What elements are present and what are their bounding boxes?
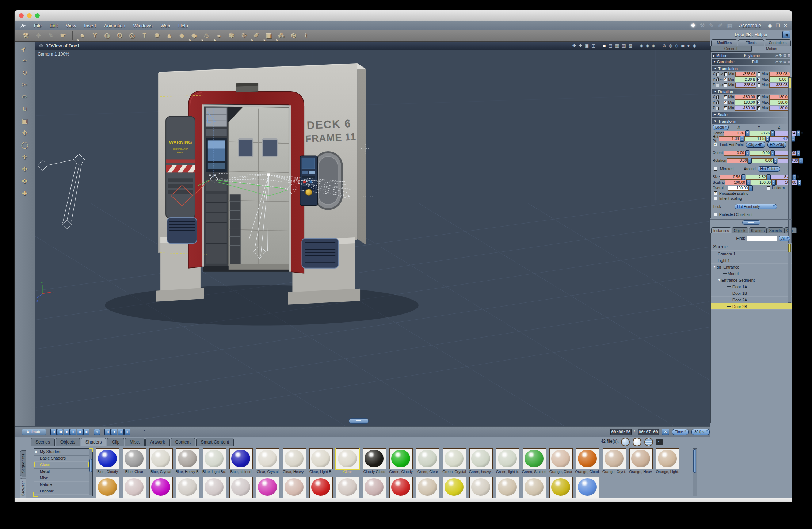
menu-view[interactable]: View <box>62 23 80 28</box>
tree-scrollbar[interactable] <box>788 244 791 303</box>
shader-thumbnail[interactable] <box>149 448 173 469</box>
shader-thumbnail[interactable] <box>229 477 253 498</box>
max-field[interactable]: 328.08 f <box>769 72 790 77</box>
shader-row2-7[interactable] <box>281 477 308 498</box>
stepper[interactable] <box>767 174 771 180</box>
propagate-scaling-checkbox[interactable] <box>714 191 717 195</box>
tab-artwork[interactable]: Artwork <box>145 438 170 446</box>
shader-row2-11[interactable] <box>388 477 414 498</box>
create-text-icon[interactable]: T <box>138 32 151 39</box>
shader-clear-heavy-[interactable]: Clear, Heavy . <box>281 448 308 475</box>
stepper[interactable] <box>773 158 777 164</box>
shader-row2-10[interactable] <box>361 477 388 498</box>
shader-clear[interactable]: Clear <box>334 448 361 475</box>
eye-icon[interactable]: ◉ <box>768 23 772 28</box>
select-arrow-icon[interactable]: ➤ <box>18 44 31 57</box>
preview-list-icon[interactable] <box>644 438 653 446</box>
min-checkbox[interactable] <box>724 106 727 110</box>
value-field-value[interactable]: 0.00 <box>750 151 771 156</box>
max-checkbox[interactable] <box>757 95 761 99</box>
shader-green-crystal[interactable]: Green, Crystal <box>441 448 468 475</box>
fx-icon[interactable]: ✣ <box>572 43 576 48</box>
constraint-row[interactable]: ▼ Constraint: Full ≫ ↻ ▤ ▥ <box>712 59 790 65</box>
max-field-value[interactable]: 180.00 <box>769 106 790 111</box>
protected-constraint-checkbox[interactable] <box>714 213 717 216</box>
fps-dropdown[interactable]: 30 fps≫ <box>691 429 710 435</box>
shader-green-stained[interactable]: Green, Stained <box>521 448 548 475</box>
category-glass[interactable]: Glass <box>34 462 92 468</box>
min-checkbox[interactable] <box>724 95 727 99</box>
shader-thumbnail[interactable] <box>256 448 279 469</box>
shader-green-light-b-[interactable]: Green, light b. <box>494 448 521 475</box>
shader-row2-1[interactable] <box>121 477 148 498</box>
constraint-value[interactable]: Full <box>736 60 774 64</box>
tree-item-door-1a[interactable]: Door 1A <box>711 283 792 290</box>
lock-icon[interactable] <box>716 73 719 76</box>
shader-orange-cryst-[interactable]: Orange, Cryst. <box>601 448 628 475</box>
shader-row2-0[interactable] <box>94 477 121 498</box>
shader-thumbnail[interactable] <box>469 477 493 498</box>
create-rock-icon[interactable]: ◆▸ <box>188 32 201 39</box>
page-menu-icon[interactable] <box>656 439 663 445</box>
value-field[interactable]: 0.00 <box>724 150 749 156</box>
stepper[interactable] <box>749 185 753 191</box>
lock-icon[interactable] <box>716 102 719 104</box>
tab-misc-[interactable]: Misc. <box>125 438 145 446</box>
subtab-motion[interactable]: Motion <box>751 46 792 52</box>
shader-thumbnail[interactable] <box>96 448 119 469</box>
shader-thumbnail[interactable] <box>123 448 146 469</box>
max-field-value[interactable]: 180.00 <box>769 95 790 100</box>
value-field-value[interactable]: 0.00 <box>724 151 745 156</box>
close-traffic-light[interactable] <box>19 13 24 18</box>
tab-scenes[interactable]: Scenes <box>31 438 55 446</box>
lock-icon[interactable] <box>716 79 719 81</box>
shader-thumbnail[interactable] <box>469 448 493 469</box>
menu-windows[interactable]: Windows <box>129 23 157 28</box>
expand-triangle-icon[interactable]: ▼ <box>718 278 721 282</box>
menu-file[interactable]: File <box>30 23 46 28</box>
display-textured-icon[interactable]: ◉ <box>693 43 696 48</box>
go-start-button[interactable]: |◀ <box>50 429 57 435</box>
shader-row2-18[interactable] <box>574 477 601 498</box>
shader-thumbnail[interactable] <box>576 448 599 469</box>
tab-content[interactable]: Content <box>171 438 195 446</box>
value-field-value[interactable]: -3.26 <box>750 131 771 136</box>
touch-finger-tool-icon[interactable]: ☛ <box>57 32 69 39</box>
cycle-icon[interactable]: ↻ <box>779 60 782 64</box>
value-field[interactable]: -3.26 <box>750 130 775 136</box>
pan-hand-tool-icon[interactable]: ✥ <box>32 32 45 39</box>
play-button[interactable]: ▶ <box>70 429 76 435</box>
expand-triangle-icon[interactable]: ▼ <box>713 265 716 269</box>
create-terrain-icon[interactable]: ▲ <box>163 32 176 39</box>
create-flame-icon[interactable]: ♨▸ <box>201 32 213 39</box>
tab-effects[interactable]: Effects <box>738 39 764 46</box>
value-field-value[interactable]: 0.00 <box>752 158 773 163</box>
rotate-view-icon[interactable]: ↻ <box>22 69 27 81</box>
stepper[interactable] <box>797 180 801 186</box>
tab-smart-content[interactable]: Smart Content <box>196 438 234 446</box>
stepper[interactable] <box>741 174 745 180</box>
display-shaded-icon[interactable]: ● <box>687 43 690 48</box>
display-solid-cube-icon[interactable]: ◼ <box>681 43 685 48</box>
around-dropdown[interactable]: Hot Point≫ <box>758 166 780 172</box>
shader-orange-clear[interactable]: Orange, Clear <box>548 448 574 475</box>
shader-thumbnail[interactable] <box>629 448 653 469</box>
shader-thumbnail[interactable] <box>309 448 333 469</box>
value-field-value[interactable]: 100.00 <box>725 180 746 185</box>
value-field-value[interactable]: 4.24 <box>770 136 791 141</box>
view-front-icon[interactable]: ◈ <box>640 43 643 48</box>
shader-row2-14[interactable] <box>468 477 494 498</box>
create-metaball-icon[interactable]: ʘ <box>114 32 126 39</box>
shader-blue-crystal[interactable]: Blue, Crystal <box>148 448 174 475</box>
shader-cloudy-glass[interactable]: Cloudy Glass <box>361 448 388 475</box>
min-field[interactable]: -328.08 <box>735 83 756 88</box>
menu-insert[interactable]: Insert <box>80 23 100 28</box>
shader-thumbnail[interactable] <box>256 477 279 498</box>
shader-row2-16[interactable] <box>521 477 548 498</box>
display-wire-sphere-icon[interactable]: ◍ <box>669 43 672 48</box>
translation-section-header[interactable]: ▼Translation <box>712 66 790 71</box>
max-checkbox[interactable] <box>757 101 761 104</box>
viewport-canvas[interactable]: WARNING SECURE AREA AHEAD <box>35 50 710 426</box>
overall-field-value[interactable]: 100.00 <box>728 186 749 191</box>
create-tree-icon[interactable]: ♣ <box>176 32 188 39</box>
